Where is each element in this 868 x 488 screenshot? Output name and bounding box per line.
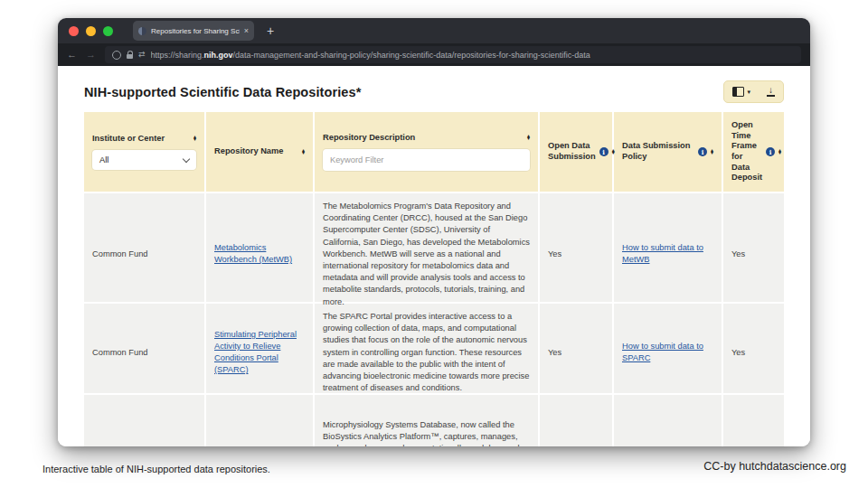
column-label: Institute or Center — [92, 134, 165, 145]
repository-name-cell — [206, 395, 315, 446]
repository-name-cell: Stimulating Peripheral Activity to Relie… — [206, 304, 315, 401]
column-label: Open Data Submission — [548, 141, 596, 162]
download-button[interactable]: ↓ — [759, 81, 783, 102]
open-data-submission-cell: Yes — [540, 193, 614, 315]
policy-cell: How to submit data to SPARC — [614, 304, 723, 401]
policy-cell: How to submit data to MetWB — [614, 193, 723, 315]
columns-icon — [732, 87, 744, 97]
open-time-frame-cell — [723, 395, 783, 446]
browser-url-bar: ← → ⇄ https://sharing.nih.gov/data-manag… — [58, 43, 810, 66]
table-toolbar: ▾ ↓ — [723, 80, 784, 103]
description-cell: The SPARC Portal provides interactive ac… — [315, 304, 540, 401]
header-open-data-submission: Open Data Submission i ▴▾ — [540, 112, 614, 192]
chevron-down-icon: ▾ — [747, 89, 750, 95]
selected-option: All — [99, 155, 108, 164]
sort-icon[interactable]: ▴▾ — [527, 135, 530, 141]
table-row: Common Fund Stimulating Peripheral Activ… — [84, 304, 784, 395]
table-row: Microphysiology Systems Database, now ca… — [84, 395, 784, 446]
sort-icon[interactable]: ▴▾ — [711, 149, 713, 155]
back-icon[interactable]: ← — [67, 50, 77, 60]
tab-title: Repositories for Sharing Scienti — [151, 27, 240, 35]
window-minimize-button[interactable] — [86, 26, 96, 36]
policy-link[interactable]: How to submit data to MetWB — [622, 242, 713, 266]
header-institute-or-center: Institute or Center ▴▾ All — [84, 112, 206, 192]
info-icon[interactable]: i — [766, 147, 775, 156]
window-zoom-button[interactable] — [103, 26, 113, 36]
url-text: https://sharing.nih.gov/data-management-… — [151, 51, 590, 60]
description-cell: The Metabolomics Program's Data Reposito… — [315, 193, 540, 315]
header-repository-name: Repository Name ▴▾ — [206, 112, 315, 192]
header-open-time-frame: Open Time Frame for Data Deposit i ▴▾ — [723, 112, 783, 192]
window-close-button[interactable] — [69, 26, 79, 36]
column-label: Open Time Frame for Data Deposit — [731, 120, 762, 183]
page-title: NIH-supported Scientific Data Repositori… — [84, 85, 361, 99]
institute-cell — [84, 395, 206, 446]
institute-cell: Common Fund — [84, 193, 206, 315]
screenshot-canvas: Repositories for Sharing Scienti × + ← →… — [0, 0, 868, 488]
keyword-filter-input[interactable] — [323, 149, 530, 171]
tab-favicon-icon — [138, 27, 146, 35]
new-tab-button[interactable]: + — [267, 24, 274, 37]
figure-caption: Interactive table of NIH-supported data … — [42, 464, 270, 474]
table-header-row: Institute or Center ▴▾ All Repository Na… — [84, 112, 784, 193]
header-data-submission-policy: Data Submission Policy i ▴▾ — [614, 112, 723, 192]
policy-cell — [614, 395, 723, 446]
column-label: Repository Name — [214, 146, 283, 157]
institute-cell: Common Fund — [84, 304, 206, 401]
url-path: /data-management-and-sharing-policy/shar… — [233, 51, 590, 60]
open-data-submission-cell: Yes — [540, 304, 614, 401]
column-label: Repository Description — [323, 133, 415, 144]
open-data-submission-cell — [540, 395, 614, 446]
repositories-table: Institute or Center ▴▾ All Repository Na… — [84, 112, 784, 446]
content-header: NIH-supported Scientific Data Repositori… — [58, 66, 810, 112]
repository-link[interactable]: Metabolomics Workbench (MetWB) — [214, 242, 305, 266]
repository-link[interactable]: Stimulating Peripheral Activity to Relie… — [214, 329, 305, 377]
swap-arrows-icon: ⇄ — [138, 51, 146, 59]
url-domain: nih.gov — [204, 51, 233, 60]
traffic-lights — [69, 26, 113, 36]
table-row: Common Fund Metabolomics Workbench (MetW… — [84, 193, 784, 304]
lock-icon — [127, 54, 133, 59]
info-icon[interactable]: i — [599, 147, 609, 156]
page-content: NIH-supported Scientific Data Repositori… — [58, 66, 810, 446]
header-repository-description: Repository Description ▴▾ — [315, 112, 540, 192]
browser-tab[interactable]: Repositories for Sharing Scienti × — [133, 21, 254, 41]
download-icon: ↓ — [767, 87, 775, 97]
open-time-frame-cell: Yes — [723, 304, 783, 401]
institute-filter-select[interactable]: All — [92, 150, 196, 170]
open-time-frame-cell: Yes — [723, 193, 783, 315]
sort-icon[interactable]: ▴▾ — [193, 136, 196, 142]
column-label: Data Submission Policy — [622, 141, 694, 162]
address-bar[interactable]: ⇄ https://sharing.nih.gov/data-managemen… — [105, 46, 801, 63]
shield-icon[interactable] — [112, 51, 121, 60]
sort-icon[interactable]: ▴▾ — [778, 149, 781, 155]
policy-link[interactable]: How to submit data to SPARC — [622, 341, 713, 364]
description-cell: Microphysiology Systems Database, now ca… — [315, 395, 540, 446]
repository-name-cell: Metabolomics Workbench (MetWB) — [206, 193, 315, 315]
tab-close-icon[interactable]: × — [244, 27, 249, 35]
browser-window: Repositories for Sharing Scienti × + ← →… — [58, 18, 810, 446]
forward-icon[interactable]: → — [86, 50, 96, 60]
chevron-down-icon — [183, 155, 190, 163]
browser-tab-bar: Repositories for Sharing Scienti × + — [58, 18, 810, 43]
attribution-text: CC-by hutchdatascience.org — [703, 460, 846, 473]
sort-icon[interactable]: ▴▾ — [302, 149, 305, 155]
url-prefix: https://sharing. — [151, 51, 204, 60]
info-icon[interactable]: i — [698, 147, 707, 156]
column-visibility-button[interactable]: ▾ — [724, 81, 759, 102]
